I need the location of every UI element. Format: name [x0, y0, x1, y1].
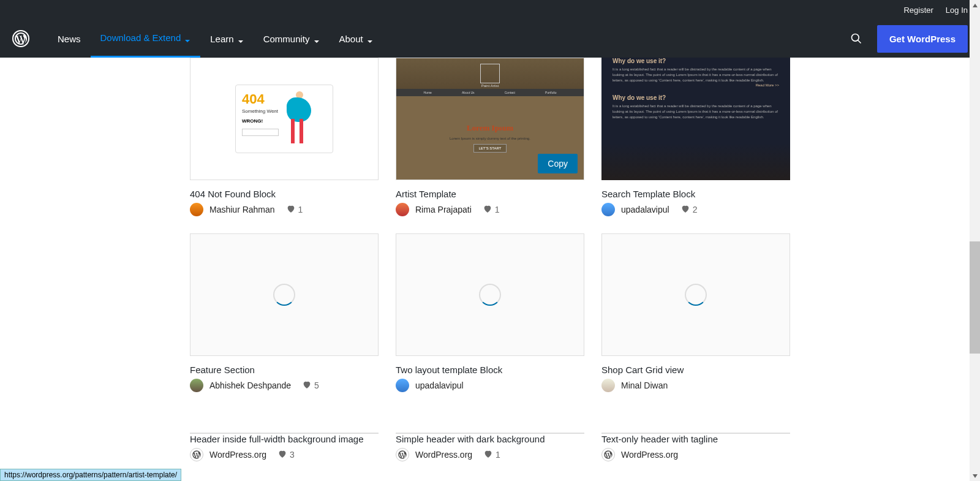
- register-link[interactable]: Register: [903, 6, 933, 15]
- avatar[interactable]: [396, 379, 409, 392]
- pattern-meta: upadalavipul2: [601, 203, 790, 216]
- nav-item-label: Download & Extend: [100, 32, 181, 43]
- nav-item-learn[interactable]: Learn: [200, 20, 253, 58]
- pattern-grid: 404Something WentWRONG!404 Not Found Blo…: [190, 58, 790, 461]
- brand-text: Paint Artist: [481, 84, 499, 88]
- avatar[interactable]: [601, 448, 615, 461]
- author-name[interactable]: upadalavipul: [415, 381, 464, 390]
- pattern-title[interactable]: Search Template Block: [601, 189, 790, 199]
- heart-icon: [277, 449, 287, 461]
- nav-item-label: News: [58, 34, 81, 44]
- person-illustration: [284, 91, 314, 146]
- get-wordpress-button[interactable]: Get WordPress: [877, 25, 968, 53]
- loading-spinner-icon: [685, 284, 707, 306]
- author-name[interactable]: upadalavipul: [621, 205, 669, 214]
- nav-item-about[interactable]: About: [330, 20, 383, 58]
- pattern-title[interactable]: Feature Section: [190, 365, 379, 375]
- thumb-body: It is a long established fact that a rea…: [612, 104, 779, 120]
- avatar[interactable]: [396, 448, 409, 461]
- likes-count[interactable]: 3: [277, 449, 295, 461]
- wordpress-logo[interactable]: [12, 30, 29, 47]
- nav-item-download-extend[interactable]: Download & Extend: [91, 20, 201, 58]
- pattern-title[interactable]: Artist Template: [396, 189, 584, 199]
- pattern-title[interactable]: Shop Cart Grid view: [601, 365, 790, 375]
- pattern-title[interactable]: Simple header with dark background: [396, 434, 584, 444]
- pattern-thumbnail[interactable]: Why do we use it?It is a long establishe…: [601, 58, 790, 180]
- error-code: 404: [242, 91, 279, 107]
- likes-count[interactable]: 1: [286, 204, 303, 216]
- pattern-card: 404Something WentWRONG!404 Not Found Blo…: [190, 58, 379, 216]
- thumb-heading: Why do we use it?: [612, 58, 779, 64]
- heart-icon: [302, 380, 312, 392]
- author-name[interactable]: WordPress.org: [209, 450, 266, 460]
- read-more: Read More >>: [612, 83, 779, 87]
- pattern-title[interactable]: 404 Not Found Block: [190, 189, 379, 199]
- pattern-title[interactable]: Text-only header with tagline: [601, 434, 790, 444]
- login-link[interactable]: Log In: [946, 6, 968, 15]
- pattern-title[interactable]: Two layout template Block: [396, 365, 584, 375]
- pattern-meta: Minal Diwan: [601, 379, 790, 392]
- pattern-meta: WordPress.org3: [190, 448, 379, 461]
- heart-icon: [483, 449, 493, 461]
- scroll-up[interactable]: [970, 0, 980, 10]
- pattern-thumbnail[interactable]: 404Something WentWRONG!: [190, 58, 379, 180]
- pattern-title[interactable]: Header inside full-width background imag…: [190, 434, 379, 444]
- nav-item-news[interactable]: News: [48, 20, 91, 58]
- pattern-meta: WordPress.org: [601, 448, 790, 461]
- pattern-card: Header inside full-width background imag…: [190, 433, 379, 461]
- pattern-thumbnail[interactable]: [601, 433, 790, 434]
- copy-button[interactable]: Copy: [538, 154, 578, 173]
- pattern-card: Why do we use it?It is a long establishe…: [601, 58, 790, 216]
- thumb-body: It is a long established fact that a rea…: [612, 67, 779, 83]
- avatar[interactable]: [190, 379, 203, 392]
- heart-icon: [680, 204, 690, 216]
- thumb-subtext: Lorem Ipsum is simply dummy text of the …: [450, 137, 530, 140]
- avatar[interactable]: [190, 448, 203, 461]
- pattern-thumbnail[interactable]: [190, 433, 379, 434]
- pattern-thumbnail[interactable]: [190, 233, 379, 356]
- pattern-meta: Rima Prajapati1: [396, 203, 584, 216]
- pattern-card: Paint ArtistHomeAbout UsContactPortfolio…: [396, 58, 584, 216]
- error-line1: Something Went: [242, 108, 279, 114]
- nav-item-community[interactable]: Community: [254, 20, 330, 58]
- nav-items: NewsDownload & ExtendLearnCommunityAbout: [48, 20, 850, 58]
- search-input: [242, 129, 279, 136]
- avatar[interactable]: [190, 203, 203, 216]
- scroll-thumb[interactable]: [970, 241, 980, 354]
- pattern-meta: upadalavipul: [396, 379, 584, 392]
- nav-item-label: About: [339, 34, 363, 44]
- author-name[interactable]: Minal Diwan: [621, 381, 668, 390]
- pattern-card: Shop Cart Grid viewMinal Diwan: [601, 233, 790, 392]
- avatar[interactable]: [601, 203, 615, 216]
- author-name[interactable]: Abhishek Deshpande: [209, 381, 291, 390]
- likes-count[interactable]: 1: [483, 449, 500, 461]
- nav-item-label: Community: [263, 34, 310, 44]
- search-icon[interactable]: [850, 32, 862, 45]
- avatar[interactable]: [601, 379, 615, 392]
- pattern-thumbnail[interactable]: [396, 233, 584, 356]
- pattern-card: Feature SectionAbhishek Deshpande5: [190, 233, 379, 392]
- thumb-button: LET'S START: [473, 144, 507, 153]
- loading-spinner-icon: [273, 284, 295, 306]
- likes-count[interactable]: 5: [302, 380, 319, 392]
- likes-count[interactable]: 2: [680, 204, 698, 216]
- likes-count[interactable]: 1: [483, 204, 500, 216]
- chevron-down-icon: [314, 36, 320, 42]
- author-name[interactable]: WordPress.org: [415, 450, 472, 460]
- pattern-meta: WordPress.org1: [396, 448, 584, 461]
- pattern-thumbnail[interactable]: [601, 233, 790, 356]
- pattern-meta: Mashiur Rahman1: [190, 203, 379, 216]
- pattern-thumbnail[interactable]: Paint ArtistHomeAbout UsContactPortfolio…: [396, 58, 584, 180]
- loading-spinner-icon: [479, 284, 501, 306]
- navbar: NewsDownload & ExtendLearnCommunityAbout…: [0, 20, 980, 58]
- author-name[interactable]: WordPress.org: [621, 450, 678, 460]
- heart-icon: [483, 204, 492, 216]
- author-name[interactable]: Mashiur Rahman: [209, 205, 275, 214]
- scrollbar[interactable]: [970, 0, 980, 461]
- chevron-down-icon: [238, 36, 244, 42]
- error-line2: WRONG!: [242, 118, 263, 124]
- chevron-down-icon: [184, 35, 190, 41]
- avatar[interactable]: [396, 203, 409, 216]
- author-name[interactable]: Rima Prajapati: [415, 205, 472, 214]
- pattern-thumbnail[interactable]: [396, 433, 584, 434]
